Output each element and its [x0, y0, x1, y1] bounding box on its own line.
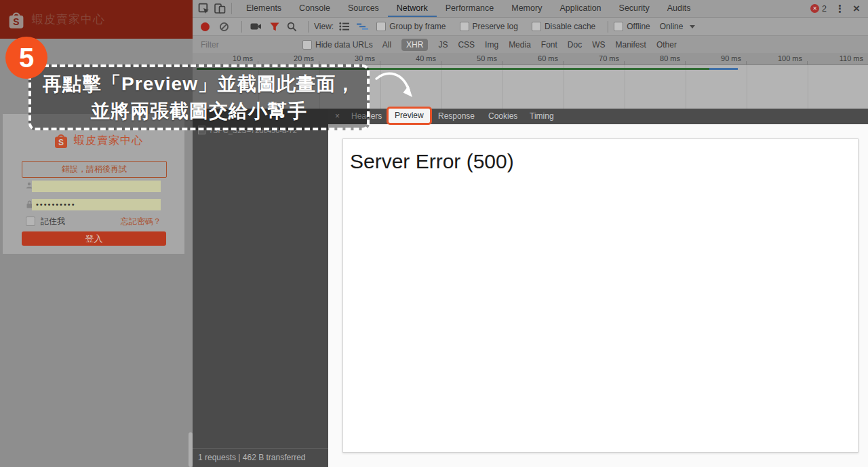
filter-type-js[interactable]: JS: [438, 40, 448, 50]
camera-icon[interactable]: [250, 22, 262, 31]
preserve-log-checkbox[interactable]: [460, 22, 469, 31]
gridline: [625, 65, 625, 109]
timeline-tick: 40 ms: [380, 53, 441, 64]
filter-type-css[interactable]: CSS: [458, 40, 475, 50]
tab-memory[interactable]: Memory: [502, 0, 551, 17]
menu-dots-icon[interactable]: ⋮: [835, 3, 845, 15]
username-input[interactable]: [32, 181, 161, 192]
disable-cache-checkbox[interactable]: [532, 22, 541, 31]
network-toolbar: View: Group by frame Preserve log Disabl…: [193, 18, 868, 35]
tab-application[interactable]: Application: [551, 0, 610, 17]
inspect-element-icon[interactable]: [198, 3, 210, 14]
divider: [308, 21, 309, 33]
filter-type-doc[interactable]: Doc: [568, 40, 582, 50]
filter-type-all[interactable]: All: [382, 40, 391, 50]
filter-type-media[interactable]: Media: [509, 40, 531, 50]
svg-text:S: S: [13, 16, 19, 27]
list-view-icon[interactable]: [339, 22, 350, 31]
timeline-tick: 80 ms: [625, 53, 686, 64]
login-error-banner: 錯誤，請稍後再試: [22, 161, 167, 178]
tab-performance[interactable]: Performance: [437, 0, 503, 17]
record-button[interactable]: [201, 22, 210, 31]
offline-checkbox[interactable]: [614, 22, 623, 31]
hide-data-urls-label: Hide data URLs: [315, 40, 373, 50]
tab-console[interactable]: Console: [290, 0, 339, 17]
waterfall-view-icon[interactable]: [357, 22, 368, 31]
preview-content-frame: Server Error (500): [342, 138, 859, 453]
device-toolbar-icon[interactable]: [214, 3, 226, 14]
filter-icon[interactable]: [270, 22, 279, 31]
divider: [241, 21, 242, 33]
network-filter-bar: Filter Hide data URLs All XHR JS CSS Img…: [193, 35, 868, 53]
login-button[interactable]: 登入: [22, 231, 166, 246]
timeline-tick: 60 ms: [502, 53, 564, 64]
tab-elements[interactable]: Elements: [237, 0, 290, 17]
filter-type-manifest[interactable]: Manifest: [616, 40, 646, 50]
annotation-callout: 再點擊「Preview」並截圖此畫面， 並將兩張截圖交給小幫手: [28, 64, 370, 130]
clear-icon[interactable]: [219, 22, 229, 32]
password-mask: ••••••••••: [32, 199, 161, 210]
search-icon[interactable]: [287, 22, 297, 32]
filter-input[interactable]: Filter: [201, 40, 302, 50]
offline-label: Offline: [627, 22, 650, 31]
shopee-header-title: 蝦皮賣家中心: [32, 12, 105, 27]
svg-text:S: S: [58, 138, 64, 147]
error-icon: ✕: [810, 4, 819, 13]
tab-sources[interactable]: Sources: [339, 0, 388, 17]
shopee-logo-icon: S: [53, 132, 69, 149]
gridline: [564, 65, 564, 109]
password-input[interactable]: ••••••••••: [32, 199, 161, 210]
error-count-badge[interactable]: ✕ 2: [810, 4, 827, 14]
timeline-tick: 90 ms: [686, 53, 747, 64]
arrow-icon: [372, 69, 419, 100]
status-bar: 1 requests | 462 B transferred: [193, 448, 328, 467]
remember-me-checkbox[interactable]: [26, 217, 35, 226]
timeline-tick: 10 ms: [197, 53, 258, 64]
gridline: [686, 65, 686, 109]
timeline-tick: 110 ms: [808, 53, 868, 64]
detail-tabbar: × Headers Preview Response Cookies Timin…: [328, 109, 868, 124]
login-brand-title: 蝦皮賣家中心: [74, 134, 143, 148]
error-count: 2: [822, 4, 827, 14]
annotation-line-2: 並將兩張截圖交給小幫手: [31, 98, 367, 125]
request-list: ?SPC_S2S=72dc450-a-72 1 requests | 462 B…: [193, 109, 328, 467]
close-icon[interactable]: ×: [853, 2, 860, 16]
timeline-tick: 20 ms: [258, 53, 319, 64]
divider: [608, 21, 608, 33]
gridline: [441, 65, 442, 109]
preview-pane: Server Error (500): [328, 124, 868, 467]
filter-type-ws[interactable]: WS: [592, 40, 605, 50]
remember-me-label: 記住我: [41, 216, 65, 227]
throttling-select[interactable]: Online: [660, 22, 684, 31]
shopee-header: S 蝦皮賣家中心: [0, 0, 193, 39]
tab-network[interactable]: Network: [388, 0, 437, 17]
request-type-filters: All XHR JS CSS Img Media Font Doc WS Man…: [382, 39, 677, 51]
devtools-tabbar: Elements Console Sources Network Perform…: [193, 0, 868, 18]
filter-type-other[interactable]: Other: [656, 40, 677, 50]
timeline-ruler: 10 ms 20 ms 30 ms 40 ms 50 ms 60 ms 70 m…: [193, 53, 868, 65]
tab-timing[interactable]: Timing: [530, 109, 554, 124]
annotation-line-1: 再點擊「Preview」並截圖此畫面，: [31, 71, 367, 98]
group-by-frame-checkbox[interactable]: [376, 22, 386, 31]
forgot-password-link[interactable]: 忘記密碼？: [121, 216, 161, 227]
overview-timeline-bar-tail: [709, 68, 738, 70]
tab-audits[interactable]: Audits: [658, 0, 700, 17]
login-brand: S 蝦皮賣家中心: [53, 132, 143, 149]
filter-type-font[interactable]: Font: [541, 40, 557, 50]
tab-preview[interactable]: Preview: [387, 107, 432, 125]
dropdown-arrow-icon[interactable]: [690, 25, 695, 29]
server-error-title: Server Error (500): [350, 150, 858, 173]
tab-cookies[interactable]: Cookies: [488, 109, 517, 124]
filter-type-img[interactable]: Img: [485, 40, 498, 50]
tab-security[interactable]: Security: [610, 0, 658, 17]
hide-data-urls-checkbox[interactable]: [302, 40, 312, 50]
filter-type-xhr[interactable]: XHR: [401, 39, 428, 51]
group-by-frame-label: Group by frame: [389, 22, 446, 31]
view-label: View:: [314, 22, 334, 31]
gridline: [808, 65, 808, 109]
timeline-tick: 100 ms: [747, 53, 808, 64]
devtools-window-controls: ✕ 2 ⋮ ×: [810, 2, 868, 16]
tab-response[interactable]: Response: [438, 109, 475, 124]
login-card: S 蝦皮賣家中心 錯誤，請稍後再試 •••••••••• 記住我 忘記密碼？ 登…: [3, 114, 184, 254]
timeline-tick: 50 ms: [441, 53, 502, 64]
